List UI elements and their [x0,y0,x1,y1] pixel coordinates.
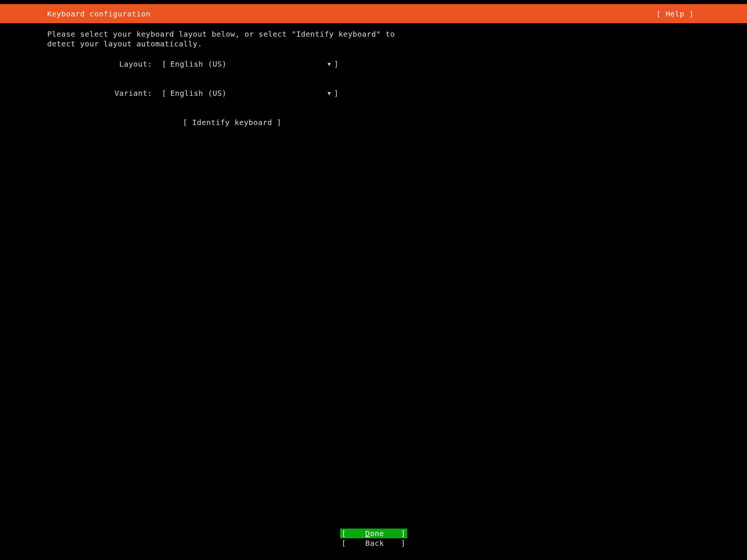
bracket-open: [ [162,59,167,69]
bracket-close: ] [334,59,339,69]
layout-label: Layout: [47,59,152,69]
layout-row: Layout: [ English (US) ▼ ] [47,59,476,69]
main-content: Please select your keyboard layout below… [47,29,476,127]
variant-row: Variant: [ English (US) ▼ ] [47,88,476,98]
instructions-text: Please select your keyboard layout below… [47,29,476,49]
variant-select[interactable]: [ English (US) ▼ ] [162,88,339,98]
identify-keyboard-button[interactable]: [ Identify keyboard ] [183,118,476,127]
chevron-down-icon: ▼ [328,59,331,69]
layout-value: English (US) [170,59,328,69]
bracket-close: ] [334,88,339,98]
bracket-open: [ [162,88,167,98]
variant-label: Variant: [47,88,152,98]
header-bar: Keyboard configuration [ Help ] [0,4,476,23]
chevron-down-icon: ▼ [328,88,331,98]
page-title: Keyboard configuration [47,9,151,19]
layout-select[interactable]: [ English (US) ▼ ] [162,59,339,69]
variant-value: English (US) [170,88,328,98]
